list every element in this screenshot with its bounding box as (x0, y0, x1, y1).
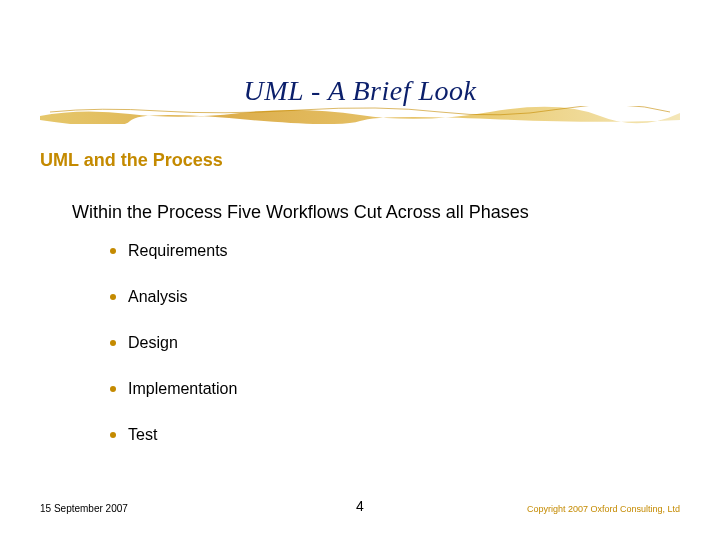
list-item: Design (110, 334, 237, 352)
slide-title: UML - A Brief Look (0, 75, 720, 107)
slide: UML - A Brief Look UML and the Process W… (0, 0, 720, 540)
footer-copyright: Copyright 2007 Oxford Consulting, Ltd (527, 504, 680, 514)
list-item: Implementation (110, 380, 237, 398)
list-item: Analysis (110, 288, 237, 306)
section-heading: UML and the Process (40, 150, 223, 171)
intro-text: Within the Process Five Workflows Cut Ac… (72, 202, 529, 223)
bullet-list: Requirements Analysis Design Implementat… (110, 242, 237, 472)
underline-brush-icon (40, 106, 680, 124)
list-item: Test (110, 426, 237, 444)
list-item: Requirements (110, 242, 237, 260)
